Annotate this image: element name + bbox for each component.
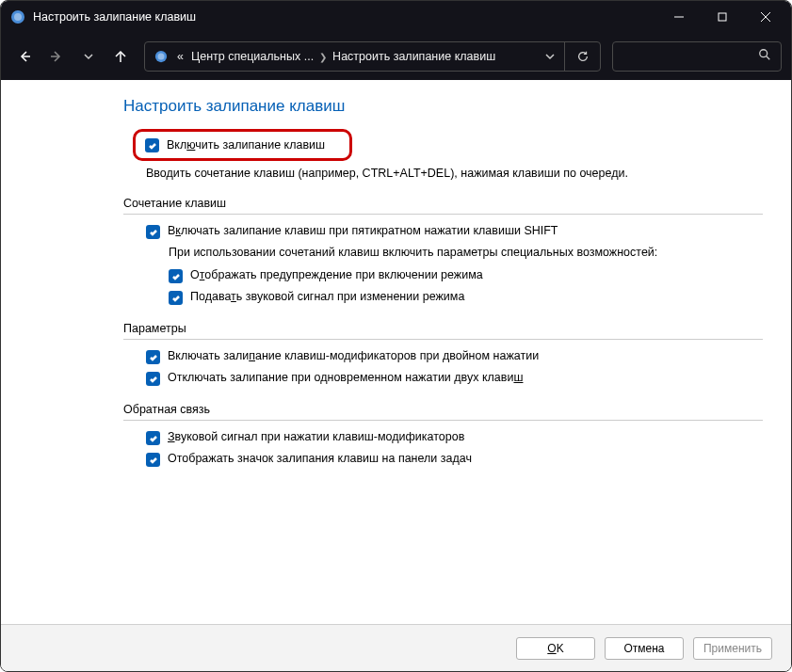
recent-dropdown[interactable] xyxy=(74,42,103,71)
control-panel-window: Настроить залипание клавиш « Центр специ… xyxy=(0,0,792,672)
sound-change-label: Подавать звуковой сигнал при изменении р… xyxy=(190,290,464,303)
section-feedback: Обратная связь Звуковой сигнал при нажат… xyxy=(123,403,763,467)
warning-label: Отображать предупреждение при включении … xyxy=(190,268,483,281)
window-title: Настроить залипание клавиш xyxy=(33,10,657,24)
minimize-button[interactable] xyxy=(657,1,701,33)
svg-line-12 xyxy=(767,56,770,60)
section-params: Параметры Включать залипание клавиш-моди… xyxy=(123,322,763,386)
section-shortcut: Сочетание клавиш Включать залипание клав… xyxy=(123,197,763,305)
ok-button[interactable]: OK xyxy=(516,637,595,660)
shift5-checkbox[interactable] xyxy=(146,225,160,239)
forward-button[interactable] xyxy=(42,42,71,71)
content-area: Настроить залипание клавиш Включить зали… xyxy=(1,80,791,624)
footer: OK Отмена Применить xyxy=(1,624,791,671)
svg-point-10 xyxy=(158,54,165,60)
breadcrumb-item-1[interactable]: Центр специальных ... xyxy=(187,50,317,63)
section-params-title: Параметры xyxy=(123,322,763,335)
maximize-button[interactable] xyxy=(701,1,744,33)
svg-point-11 xyxy=(760,50,768,57)
shift5-label: Включать залипание клавиш при пятикратно… xyxy=(168,224,558,237)
svg-point-1 xyxy=(14,13,22,21)
search-icon xyxy=(758,48,771,65)
section-feedback-title: Обратная связь xyxy=(123,403,763,416)
close-button[interactable] xyxy=(744,1,787,33)
cancel-button[interactable]: Отмена xyxy=(605,637,684,660)
page-heading: Настроить залипание клавиш xyxy=(123,97,763,116)
turnoff-two-label: Отключать залипание при одновременном на… xyxy=(168,371,523,384)
sound-modifier-label: Звуковой сигнал при нажатии клавиш-модиф… xyxy=(168,430,464,443)
turnoff-two-checkbox[interactable] xyxy=(146,372,160,386)
breadcrumb-dropdown[interactable] xyxy=(536,52,564,61)
shortcut-sub-desc: При использовании сочетаний клавиш включ… xyxy=(169,246,763,259)
taskbar-icon-checkbox[interactable] xyxy=(146,453,160,467)
section-shortcut-title: Сочетание клавиш xyxy=(123,197,763,210)
lock-modifier-checkbox[interactable] xyxy=(146,350,160,364)
sound-modifier-checkbox[interactable] xyxy=(146,431,160,445)
enable-sticky-keys-checkbox[interactable] xyxy=(145,138,159,152)
breadcrumb-item-2[interactable]: Настроить залипание клавиш xyxy=(329,50,499,63)
taskbar-icon-label: Отображать значок залипания клавиш на па… xyxy=(168,452,472,465)
chevron-right-icon: ❯ xyxy=(319,52,327,62)
navbar: « Центр специальных ... ❯ Настроить зали… xyxy=(1,33,791,80)
breadcrumb-icon xyxy=(149,50,173,63)
sound-change-checkbox[interactable] xyxy=(169,291,183,305)
apply-button[interactable]: Применить xyxy=(693,637,772,660)
warning-checkbox[interactable] xyxy=(169,269,183,283)
search-input[interactable] xyxy=(612,41,782,72)
main-description: Вводить сочетание клавиш (например, CTRL… xyxy=(146,167,763,180)
up-button[interactable] xyxy=(106,42,135,71)
svg-rect-3 xyxy=(719,13,726,21)
titlebar: Настроить залипание клавиш xyxy=(1,1,791,33)
highlight-annotation: Включить залипание клавиш xyxy=(133,129,352,161)
refresh-button[interactable] xyxy=(564,42,600,71)
breadcrumb[interactable]: « Центр специальных ... ❯ Настроить зали… xyxy=(144,41,601,72)
breadcrumb-prefix[interactable]: « xyxy=(173,50,187,63)
enable-sticky-keys-label: Включить залипание клавиш xyxy=(167,138,325,152)
lock-modifier-label: Включать залипание клавиш-модификаторов … xyxy=(168,349,539,362)
back-button[interactable] xyxy=(10,42,39,71)
app-icon xyxy=(10,9,25,24)
